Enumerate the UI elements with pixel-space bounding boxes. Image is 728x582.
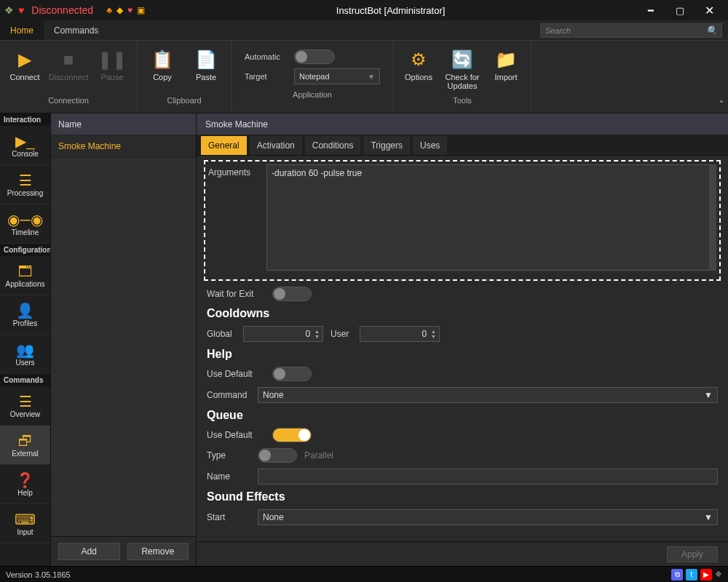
tab-activation[interactable]: Activation [250,136,302,155]
copy-button[interactable]: 📋 Copy [143,45,181,95]
window-icon: 🗔 [18,263,33,280]
wait-for-exit-label: Wait for Exit [207,289,265,299]
heart-icon[interactable]: ♥ [127,5,132,15]
keyboard-icon: ⌨ [15,511,36,528]
sidebar-item-help[interactable]: ❓ Help [0,465,50,504]
add-button[interactable]: Add [58,543,120,560]
import-button[interactable]: 📁 Import [487,45,525,95]
copy-icon: 📋 [151,48,173,71]
tab-conditions[interactable]: Conditions [305,136,361,155]
disconnect-button: ■ Disconnect [50,45,87,95]
twitter-icon[interactable]: t [686,569,697,581]
sidebar-item-applications[interactable]: 🗔 Applications [0,256,50,295]
apply-button[interactable]: Apply [667,546,718,562]
user-label: User [331,329,352,339]
menu-tab-home[interactable]: Home [0,20,44,40]
pause-button: ❚❚ Pause [93,45,131,95]
spin-up-icon[interactable]: ▲ [314,329,320,334]
sidebar-cat-configuration: Configuration [0,244,50,256]
flag-icon[interactable]: ▣ [137,5,145,15]
tab-uses[interactable]: Uses [413,136,447,155]
titlebar: ❖ ♥ Disconnected ♣ ◆ ♥ ▣ InstructBot [Ad… [0,0,728,20]
name-label: Name [207,471,250,482]
tab-general[interactable]: General [201,136,247,155]
console-icon: ▶_ [15,132,34,150]
menu-tab-commands[interactable]: Commands [44,20,108,40]
use-default-help-toggle[interactable] [272,367,312,381]
sfx-heading: Sound Effects [207,490,718,503]
cooldowns-heading: Cooldowns [207,307,718,320]
tray-icon[interactable]: ❖ [715,570,722,579]
sidebar-item-overview[interactable]: ☰ Overview [0,386,50,426]
group-application-label: Application [237,90,387,99]
sidebar-item-processing[interactable]: ☰ Processing [0,165,50,204]
group-clipboard-label: Clipboard [143,96,225,105]
global-spin[interactable]: 0 ▲▼ [243,326,323,342]
spin-up-icon[interactable]: ▲ [431,329,436,334]
type-value: Parallel [304,450,333,461]
maximize-button[interactable]: ▢ [665,5,695,16]
spin-down-icon[interactable]: ▼ [314,334,320,339]
youtube-icon[interactable]: ▶ [700,569,712,581]
paste-icon: 📄 [195,48,217,71]
type-label: Type [207,450,250,461]
chevron-down-icon: ▼ [704,512,713,522]
spin-down-icon[interactable]: ▼ [431,334,436,339]
menu-row: Home Commands Search 🔍 [0,20,728,41]
help-icon: ❓ [16,471,34,489]
sidebar-item-profiles[interactable]: 👤 Profiles [0,295,50,335]
search-icon: 🔍 [706,25,717,36]
group-tools-label: Tools [400,96,525,105]
name-input[interactable] [258,469,718,485]
use-default-help-label: Use Default [207,369,265,379]
paste-button[interactable]: 📄 Paste [187,45,225,95]
minimize-button[interactable]: ━ [636,5,665,16]
arguments-input[interactable]: -duration 60 -pulse true [266,164,716,271]
profile-icon: 👤 [16,302,34,319]
list-item[interactable]: Smoke Machine [51,135,196,158]
remove-button[interactable]: Remove [127,543,189,560]
automatic-toggle[interactable] [294,49,335,64]
target-select[interactable]: Notepad ▼ [294,68,380,84]
discord-icon[interactable]: ⧉ [671,569,683,581]
chevron-down-icon: ▼ [704,390,713,400]
sidebar-item-console[interactable]: ▶_ Console [0,126,50,165]
sidebar-item-users[interactable]: 👥 Users [0,335,50,374]
sidebar: Interaction ▶_ Console ☰ Processing ◉─◉ … [0,113,51,566]
list-icon: ☰ [19,172,32,189]
arguments-label: Arguments [208,164,266,178]
command-label: Command [207,390,250,400]
search-placeholder: Search [545,26,571,35]
search-input[interactable]: Search 🔍 [540,23,722,38]
overview-icon: ☰ [19,393,32,410]
list-header-name[interactable]: Name [51,113,196,135]
group-connection-label: Connection [6,96,131,105]
refresh-icon: 🔄 [451,48,473,71]
sidebar-item-input[interactable]: ⌨ Input [0,504,50,543]
external-icon: 🗗 [18,433,33,450]
stop-icon: ■ [63,48,74,71]
check-updates-button[interactable]: 🔄 Check for Updates [443,45,481,95]
badge-icon[interactable]: ◆ [116,5,123,15]
sidebar-item-timeline[interactable]: ◉─◉ Timeline [0,204,50,244]
start-select[interactable]: None ▼ [258,509,718,525]
use-default-queue-toggle[interactable] [272,428,312,442]
command-select[interactable]: None ▼ [258,387,718,403]
devil-icon: ♥ [18,4,24,16]
sidebar-item-external[interactable]: 🗗 External [0,426,50,465]
user-spin[interactable]: 0 ▲▼ [360,326,440,342]
users-icon: 👥 [16,341,34,359]
connection-status: Disconnected [31,4,93,16]
type-toggle[interactable] [258,448,297,463]
options-button[interactable]: ⚙ Options [400,45,438,95]
flame-icon[interactable]: ♣ [106,5,112,15]
version-label: Version 3.05.1865 [6,570,71,579]
target-label: Target [245,72,288,81]
tab-triggers[interactable]: Triggers [363,136,410,155]
arguments-highlight: Arguments -duration 60 -pulse true [204,160,721,281]
statusbar: Version 3.05.1865 ⧉ t ▶ ❖ [0,566,728,582]
close-button[interactable]: ✕ [695,4,724,17]
connect-button[interactable]: ▶ Connect [6,45,44,95]
wait-for-exit-toggle[interactable] [272,287,312,301]
ribbon-collapse-button[interactable]: ˄ [719,100,724,110]
